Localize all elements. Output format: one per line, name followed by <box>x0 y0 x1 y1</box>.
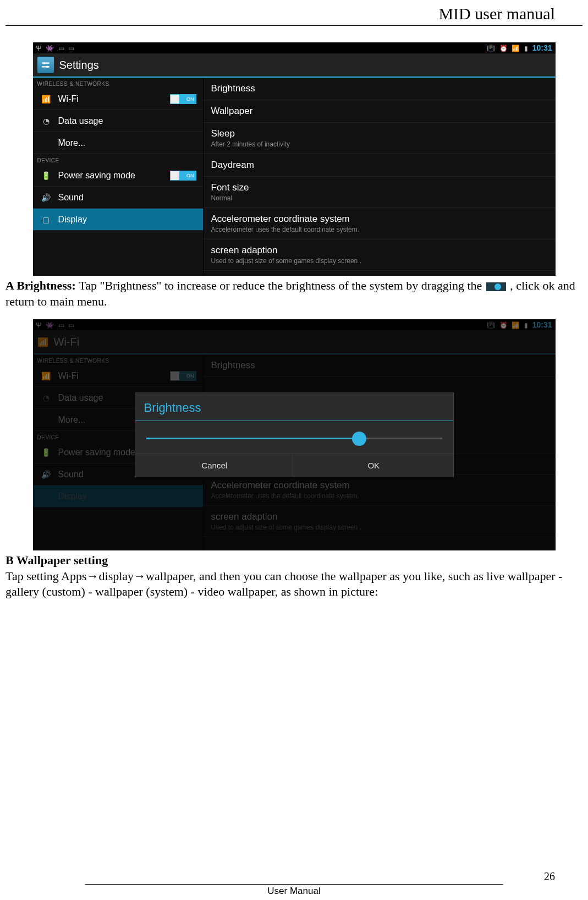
dialog-title: Brightness <box>135 393 453 421</box>
wifi-icon: 📶 <box>512 45 520 52</box>
settings-sidebar: WIRELESS & NETWORKS 📶 Wi-Fi ON ◔ Data us… <box>33 78 204 276</box>
para-a-bold: A Brightness: <box>6 279 79 292</box>
sidebar-item-label: Sound <box>58 193 84 203</box>
modal-overlay: Brightness Cancel OK <box>33 319 556 550</box>
wifi-icon: 📶 <box>40 95 53 103</box>
detail-brightness[interactable]: Brightness <box>204 78 556 100</box>
battery-icon: 🔋 <box>40 171 53 180</box>
section-wireless: WIRELESS & NETWORKS <box>33 78 203 88</box>
battery-icon: ▮ <box>524 45 528 52</box>
sidebar-item-label: Data usage <box>58 116 103 126</box>
para-b-heading: B Wallpaper setting <box>6 553 108 567</box>
paragraph-a: A Brightness: Tap "Brightness" to increa… <box>6 278 582 309</box>
vibrate-icon: 📳 <box>487 45 495 52</box>
bug-icon: 👾 <box>46 45 54 52</box>
data-icon: ◔ <box>40 117 53 126</box>
sidebar-item-label: Power saving mode <box>58 171 136 181</box>
brightness-slider[interactable] <box>135 421 453 454</box>
sidebar-item-display[interactable]: ▢ Display <box>33 209 203 231</box>
detail-screen-adaption[interactable]: screen adaption Used to adjust size of s… <box>204 239 556 271</box>
screenshot-brightness-dialog: Ψ 👾 ▭ ▭ 📳 ⏰ 📶 ▮ 10:31 📶 Wi-Fi WIRELESS &… <box>33 319 556 550</box>
para-a-text1: Tap "Brightness" to increase or reduce t… <box>79 279 482 292</box>
settings-detail-pane: Brightness Wallpaper Sleep After 2 minut… <box>204 78 556 276</box>
sd-icon: ▭ <box>58 45 64 52</box>
slider-thumb[interactable] <box>352 432 366 446</box>
sidebar-item-more[interactable]: More... <box>33 132 203 154</box>
app-title: Settings <box>59 59 99 72</box>
alarm-icon: ⏰ <box>499 45 508 52</box>
detail-sleep[interactable]: Sleep After 2 minutes of inactivity <box>204 123 556 154</box>
sidebar-item-data-usage[interactable]: ◔ Data usage <box>33 110 203 132</box>
detail-font-size[interactable]: Font size Normal <box>204 177 556 208</box>
section-device: DEVICE <box>33 154 203 165</box>
display-icon: ▢ <box>40 215 53 224</box>
sd-icon-2: ▭ <box>68 45 74 52</box>
settings-app-icon <box>37 57 54 73</box>
speaker-icon: 🔊 <box>40 193 53 202</box>
sidebar-item-label: More... <box>58 138 86 148</box>
para-b-text: Tap setting Apps→display→wallpaper, and … <box>6 569 562 599</box>
status-bar: Ψ 👾 ▭ ▭ 📳 ⏰ 📶 ▮ 10:31 <box>33 42 556 53</box>
status-left: Ψ 👾 ▭ ▭ <box>35 44 76 52</box>
cancel-button[interactable]: Cancel <box>135 454 295 477</box>
app-title-bar: Settings <box>33 53 556 78</box>
power-switch[interactable]: ON <box>170 171 196 181</box>
detail-daydream[interactable]: Daydream <box>204 154 556 177</box>
paragraph-b: B Wallpaper setting Tap setting Apps→dis… <box>6 553 582 600</box>
sidebar-item-sound[interactable]: 🔊 Sound <box>33 187 203 209</box>
svg-point-2 <box>43 62 45 64</box>
slider-icon <box>486 282 506 291</box>
sidebar-item-power-saving[interactable]: 🔋 Power saving mode ON <box>33 165 203 187</box>
sidebar-item-wifi[interactable]: 📶 Wi-Fi ON <box>33 88 203 110</box>
detail-accelerometer[interactable]: Accelerometer coordinate system Accelero… <box>204 208 556 239</box>
svg-point-3 <box>46 66 48 68</box>
screenshot-display-settings: Ψ 👾 ▭ ▭ 📳 ⏰ 📶 ▮ 10:31 Settings WIRELESS … <box>33 42 556 276</box>
status-time: 10:31 <box>532 43 552 52</box>
status-right: 📳 ⏰ 📶 ▮ 10:31 <box>486 43 553 52</box>
document-header: MID user manual <box>6 0 582 26</box>
usb-icon: Ψ <box>36 45 42 52</box>
sidebar-item-label: Display <box>58 215 87 225</box>
doc-title: MID user manual <box>438 4 555 23</box>
brightness-dialog: Brightness Cancel OK <box>135 392 454 477</box>
ok-button[interactable]: OK <box>294 454 453 477</box>
wifi-switch[interactable]: ON <box>170 94 196 104</box>
detail-wallpaper[interactable]: Wallpaper <box>204 100 556 123</box>
sidebar-item-label: Wi-Fi <box>58 94 79 104</box>
slider-track[interactable] <box>146 438 442 439</box>
slider-fill <box>146 438 359 439</box>
